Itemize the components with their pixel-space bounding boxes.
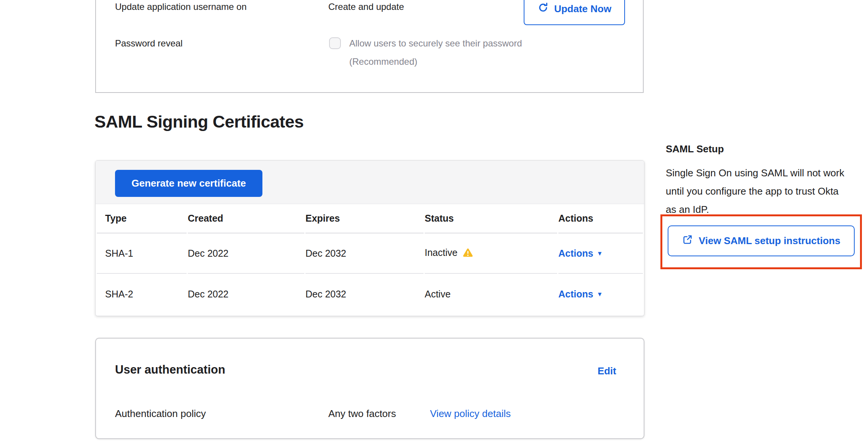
authentication-policy-value: Any two factors xyxy=(328,408,396,420)
col-header-created: Created xyxy=(188,204,304,233)
okta-app-settings-page: Update application username on Create an… xyxy=(0,0,868,441)
cert-expires: Dec 2032 xyxy=(305,233,424,274)
actions-label: Actions xyxy=(558,289,593,299)
user-authentication-card: User authentication Edit Authentication … xyxy=(95,338,644,439)
cert-type: SHA-2 xyxy=(97,274,187,314)
col-header-status: Status xyxy=(425,204,557,233)
certificate-row: SHA-2 Dec 2022 Dec 2032 Active Actions▼ xyxy=(97,274,643,314)
password-reveal-checkbox[interactable] xyxy=(329,37,341,49)
actions-label: Actions xyxy=(558,248,593,259)
generate-certificate-button[interactable]: Generate new certificate xyxy=(115,170,262,197)
certificates-table: Type Created Expires Status Actions SHA-… xyxy=(96,204,644,314)
cert-status: Inactive xyxy=(425,247,457,258)
col-header-actions: Actions xyxy=(558,204,643,233)
caret-down-icon: ▼ xyxy=(597,291,603,297)
password-reveal-description: Allow users to securely see their passwo… xyxy=(349,38,522,49)
col-header-type: Type xyxy=(97,204,187,233)
update-now-button[interactable]: Update Now xyxy=(524,0,625,25)
user-authentication-heading: User authentication xyxy=(115,363,225,377)
certificates-toolbar: Generate new certificate xyxy=(96,161,644,204)
view-saml-instructions-label: View SAML setup instructions xyxy=(699,235,841,247)
provisioning-settings-card: Update application username on Create an… xyxy=(95,0,644,93)
view-saml-instructions-button[interactable]: View SAML setup instructions xyxy=(668,225,855,256)
certificate-actions-menu[interactable]: Actions▼ xyxy=(558,248,603,259)
certificate-row: SHA-1 Dec 2022 Dec 2032 Inactive Actions… xyxy=(97,233,643,274)
authentication-policy-label: Authentication policy xyxy=(115,408,206,420)
cert-created: Dec 2022 xyxy=(188,274,304,314)
external-link-icon xyxy=(682,234,693,248)
password-reveal-recommended: (Recommended) xyxy=(349,56,417,67)
saml-certificates-heading: SAML Signing Certificates xyxy=(94,112,304,132)
view-policy-details-link[interactable]: View policy details xyxy=(430,408,511,420)
cert-status: Active xyxy=(425,289,451,299)
certificates-table-body: SHA-1 Dec 2022 Dec 2032 Inactive Actions… xyxy=(97,233,643,314)
update-now-label: Update Now xyxy=(554,3,611,15)
saml-setup-description: Single Sign On using SAML will not work … xyxy=(666,164,850,219)
saml-setup-heading: SAML Setup xyxy=(666,143,724,155)
cert-type: SHA-1 xyxy=(97,233,187,274)
caret-down-icon: ▼ xyxy=(597,250,603,257)
edit-authentication-link[interactable]: Edit xyxy=(598,365,616,377)
username-update-value: Create and update xyxy=(328,2,404,12)
cert-created: Dec 2022 xyxy=(188,233,304,274)
refresh-icon xyxy=(537,2,549,16)
username-update-label: Update application username on xyxy=(115,2,247,12)
password-reveal-label: Password reveal xyxy=(115,38,182,49)
certificate-actions-menu[interactable]: Actions▼ xyxy=(558,289,603,299)
warning-triangle-icon xyxy=(463,248,473,260)
saml-certificates-panel: Generate new certificate Type Created Ex… xyxy=(95,160,644,316)
cert-expires: Dec 2032 xyxy=(305,274,424,314)
col-header-expires: Expires xyxy=(305,204,424,233)
